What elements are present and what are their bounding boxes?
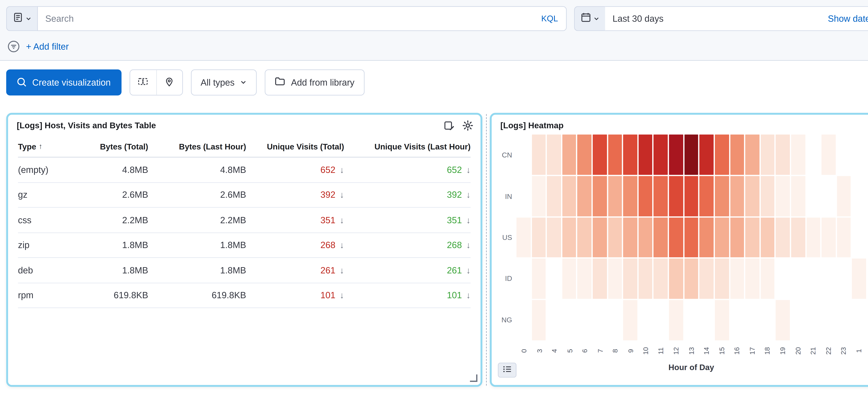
edit-panel-icon[interactable] bbox=[444, 120, 455, 131]
heatmap-cell[interactable] bbox=[715, 259, 729, 299]
heatmap-cell[interactable] bbox=[700, 259, 714, 299]
heatmap-cell[interactable] bbox=[684, 134, 699, 175]
heatmap-cell[interactable] bbox=[623, 134, 637, 175]
heatmap-cell[interactable] bbox=[639, 217, 653, 258]
heatmap-cell[interactable] bbox=[547, 176, 561, 216]
heatmap-cell[interactable] bbox=[562, 134, 576, 175]
heatmap-cell[interactable] bbox=[791, 134, 805, 175]
heatmap-cell[interactable] bbox=[791, 176, 805, 216]
add-annotation-button[interactable] bbox=[156, 70, 182, 95]
heatmap-cell[interactable] bbox=[761, 134, 775, 175]
heatmap-cell[interactable] bbox=[730, 176, 744, 216]
heatmap-cell[interactable] bbox=[654, 217, 668, 258]
heatmap-cell[interactable] bbox=[822, 217, 836, 258]
heatmap-cell[interactable] bbox=[639, 176, 653, 216]
saved-query-menu-button[interactable] bbox=[6, 6, 37, 31]
column-header[interactable]: Bytes (Total) bbox=[75, 136, 148, 157]
heatmap-cell[interactable] bbox=[700, 176, 714, 216]
add-filter-link[interactable]: + Add filter bbox=[26, 41, 69, 51]
show-dates-link[interactable]: Show dates bbox=[828, 14, 868, 24]
heatmap-cell[interactable] bbox=[669, 134, 683, 175]
heatmap-cell[interactable] bbox=[715, 176, 729, 216]
create-visualization-button[interactable]: Create visualization bbox=[6, 69, 121, 95]
heatmap-cell[interactable] bbox=[761, 259, 775, 299]
heatmap-cell[interactable] bbox=[532, 134, 546, 175]
heatmap-cell[interactable] bbox=[608, 134, 622, 175]
column-header[interactable]: Unique Visits (Total) bbox=[246, 136, 344, 157]
heatmap-cell[interactable] bbox=[669, 300, 683, 340]
heatmap-cell[interactable] bbox=[532, 176, 546, 216]
heatmap-cell[interactable] bbox=[578, 134, 592, 175]
heatmap-cell[interactable] bbox=[639, 259, 653, 299]
heatmap-cell[interactable] bbox=[684, 259, 699, 299]
heatmap-cell[interactable] bbox=[852, 259, 866, 299]
heatmap-cell[interactable] bbox=[730, 259, 744, 299]
heatmap-cell[interactable] bbox=[684, 217, 699, 258]
heatmap-cell[interactable] bbox=[654, 134, 668, 175]
add-from-library-button[interactable]: Add from library bbox=[265, 69, 364, 95]
heatmap-cell[interactable] bbox=[669, 217, 683, 258]
heatmap-cell[interactable] bbox=[776, 176, 790, 216]
panel-resize-handle[interactable] bbox=[470, 374, 477, 382]
panel-settings-gear-icon[interactable] bbox=[462, 120, 473, 131]
heatmap-cell[interactable] bbox=[654, 259, 668, 299]
legend-toggle-button[interactable] bbox=[498, 363, 517, 377]
heatmap-cell[interactable] bbox=[700, 134, 714, 175]
heatmap-cell[interactable] bbox=[532, 300, 546, 340]
column-header[interactable]: Bytes (Last Hour) bbox=[148, 136, 246, 157]
heatmap-cell[interactable] bbox=[562, 176, 576, 216]
kql-badge[interactable]: KQL bbox=[541, 14, 558, 23]
heatmap-cell[interactable] bbox=[578, 217, 592, 258]
heatmap-cell[interactable] bbox=[532, 217, 546, 258]
filter-icon[interactable] bbox=[7, 40, 20, 53]
heatmap-cell[interactable] bbox=[837, 176, 851, 216]
heatmap-cell[interactable] bbox=[761, 176, 775, 216]
heatmap-cell[interactable] bbox=[745, 134, 759, 175]
heatmap-cell[interactable] bbox=[669, 259, 683, 299]
heatmap-cell[interactable] bbox=[593, 134, 607, 175]
heatmap-cell[interactable] bbox=[654, 176, 668, 216]
heatmap-cell[interactable] bbox=[684, 176, 699, 216]
heatmap-cell[interactable] bbox=[562, 259, 576, 299]
heatmap-cell[interactable] bbox=[761, 217, 775, 258]
heatmap-cell[interactable] bbox=[669, 176, 683, 216]
heatmap-cell[interactable] bbox=[608, 176, 622, 216]
heatmap-cell[interactable] bbox=[623, 176, 637, 216]
heatmap-cell[interactable] bbox=[806, 217, 820, 258]
heatmap-cell[interactable] bbox=[730, 217, 744, 258]
heatmap-cell[interactable] bbox=[532, 259, 546, 299]
heatmap-cell[interactable] bbox=[639, 134, 653, 175]
heatmap-cell[interactable] bbox=[578, 176, 592, 216]
all-types-dropdown[interactable]: All types bbox=[191, 69, 257, 95]
heatmap-cell[interactable] bbox=[593, 217, 607, 258]
heatmap-cell[interactable] bbox=[715, 134, 729, 175]
column-header[interactable]: Unique Visits (Last Hour) bbox=[344, 136, 471, 157]
heatmap-cell[interactable] bbox=[547, 134, 561, 175]
date-range-field[interactable]: Last 30 days Show dates bbox=[605, 6, 868, 31]
heatmap-cell[interactable] bbox=[791, 217, 805, 258]
heatmap-cell[interactable] bbox=[715, 217, 729, 258]
heatmap-cell[interactable] bbox=[593, 176, 607, 216]
search-input[interactable] bbox=[37, 6, 567, 31]
heatmap-cell[interactable] bbox=[745, 176, 759, 216]
date-range-value[interactable]: Last 30 days bbox=[613, 14, 664, 24]
heatmap-cell[interactable] bbox=[593, 259, 607, 299]
heatmap-cell[interactable] bbox=[608, 217, 622, 258]
heatmap-cell[interactable] bbox=[715, 300, 729, 340]
heatmap-cell[interactable] bbox=[745, 259, 759, 299]
heatmap-cell[interactable] bbox=[623, 300, 637, 340]
heatmap-cell[interactable] bbox=[745, 217, 759, 258]
heatmap-cell[interactable] bbox=[730, 134, 744, 175]
heatmap-cell[interactable] bbox=[623, 259, 637, 299]
heatmap-cell[interactable] bbox=[776, 300, 790, 340]
heatmap-cell[interactable] bbox=[562, 217, 576, 258]
heatmap-cell[interactable] bbox=[776, 134, 790, 175]
heatmap-cell[interactable] bbox=[700, 217, 714, 258]
heatmap-cell[interactable] bbox=[578, 259, 592, 299]
heatmap-cell[interactable] bbox=[608, 259, 622, 299]
heatmap-cell[interactable] bbox=[776, 217, 790, 258]
date-picker-calendar-button[interactable] bbox=[574, 6, 605, 31]
heatmap-cell[interactable] bbox=[547, 217, 561, 258]
heatmap-cell[interactable] bbox=[822, 134, 836, 175]
heatmap-cell[interactable] bbox=[517, 217, 530, 258]
